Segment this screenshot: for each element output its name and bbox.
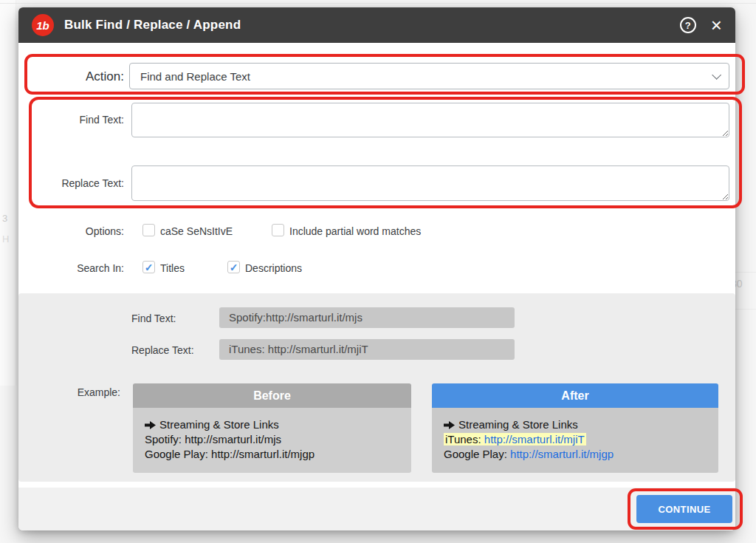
check-icon: ✓	[230, 262, 238, 273]
close-icon[interactable]: ×	[711, 17, 722, 33]
case-sensitive-label[interactable]: caSe SeNsItIvE	[160, 225, 233, 237]
after-panel-title: After	[432, 383, 718, 408]
titles-label[interactable]: Titles	[160, 262, 185, 274]
action-select[interactable]: Find and Replace Text	[129, 63, 729, 89]
replace-text-input[interactable]	[131, 165, 729, 201]
bulk-find-replace-modal: 1b Bulk Find / Replace / Append ? × Acti…	[18, 7, 735, 530]
modal-header: 1b Bulk Find / Replace / Append ? ×	[18, 7, 735, 43]
arrow-icon	[145, 421, 156, 429]
example-find-value: Spotify:http://smarturl.it/mjs	[219, 307, 515, 328]
modal-title: Bulk Find / Replace / Append	[64, 18, 241, 33]
descriptions-checkbox[interactable]: ✓	[227, 261, 240, 273]
background-divider	[735, 309, 756, 310]
after-line-2: iTunes: http://smarturl.it/mjiT	[444, 432, 707, 447]
before-line-1: Streaming & Store Links	[145, 417, 399, 432]
partial-words-label[interactable]: Include partial word matches	[289, 225, 421, 237]
check-icon: ✓	[145, 262, 154, 273]
background-divider	[0, 3, 756, 4]
background-text: H	[2, 233, 9, 245]
before-panel-title: Before	[133, 383, 411, 408]
after-line-3: Google Play: http://smarturl.it/mjgp	[444, 447, 707, 462]
before-line-2: Spotify: http://smarturl.it/mjs	[145, 432, 399, 447]
example-find-label: Find Text:	[131, 313, 176, 324]
continue-button[interactable]: CONTINUE	[636, 495, 732, 523]
find-text-input[interactable]	[131, 103, 729, 137]
example-section: Find Text: Spotify:http://smarturl.it/mj…	[18, 293, 735, 482]
example-replace-label: Replace Text:	[131, 344, 194, 356]
replace-text-label: Replace Text:	[33, 177, 124, 189]
google-play-link[interactable]: http://smarturl.it/mjgp	[510, 448, 614, 460]
after-line-1: Streaming & Store Links	[444, 417, 707, 432]
background-text: 3	[2, 213, 7, 224]
tubebuddy-logo-icon: 1b	[32, 14, 54, 36]
background-divider	[735, 272, 756, 273]
partial-words-checkbox[interactable]	[272, 224, 284, 236]
descriptions-label[interactable]: Descriptions	[245, 262, 302, 274]
options-label: Options:	[33, 225, 124, 237]
chevron-down-icon	[712, 70, 721, 80]
action-selected-value: Find and Replace Text	[140, 70, 250, 83]
titles-checkbox[interactable]: ✓	[142, 261, 155, 273]
before-panel: Before Streaming & Store Links Spotify: …	[133, 383, 411, 473]
help-icon[interactable]: ?	[680, 17, 696, 33]
case-sensitive-checkbox[interactable]	[142, 224, 155, 236]
arrow-icon	[444, 421, 455, 429]
before-line-3: Google Play: http://smarturl.it/mjgp	[145, 447, 399, 462]
background-page-column	[0, 0, 16, 386]
example-replace-value: iTunes: http://smarturl.it/mjiT	[219, 339, 515, 360]
example-label: Example:	[33, 386, 120, 398]
find-text-label: Find Text:	[33, 114, 124, 126]
modal-footer	[18, 488, 735, 530]
search-in-label: Search In:	[33, 262, 124, 274]
after-panel: After Streaming & Store Links iTunes: ht…	[432, 383, 718, 473]
itunes-link[interactable]: http://smarturl.it/mjiT	[484, 433, 585, 445]
highlighted-replacement: iTunes: http://smarturl.it/mjiT	[444, 433, 586, 445]
action-label: Action:	[33, 69, 124, 84]
